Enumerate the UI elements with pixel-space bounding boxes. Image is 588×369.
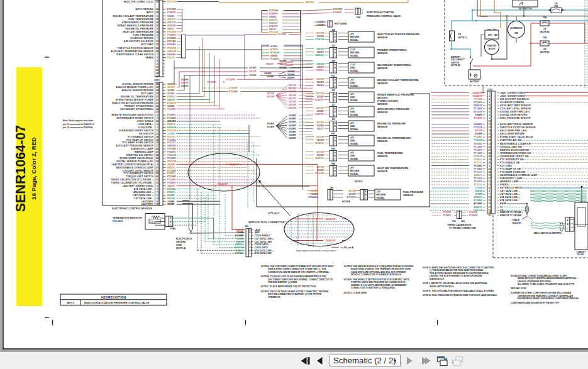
svg-text:E799/BR: E799/BR xyxy=(167,37,176,40)
svg-text:NEEDED. IF U.S. UNITS ARE REQU: NEEDED. IF U.S. UNITS ARE REQUIRED, A PE… xyxy=(351,284,406,287)
svg-text:15A: 15A xyxy=(543,16,547,19)
svg-text:996/GN: 996/GN xyxy=(286,64,293,67)
svg-text:9: 9 xyxy=(157,197,158,200)
svg-text:NOTE D: PIN 10 ON THE ECM MAY: NOTE D: PIN 10 ON THE ECM MAY NOT BE CON… xyxy=(261,290,329,293)
svg-text:997/OR: 997/OR xyxy=(289,101,296,103)
svg-text:SENSOR: SENSOR xyxy=(377,82,388,85)
svg-text:J44: J44 xyxy=(331,60,335,62)
svg-text:SENSOR: SENSOR xyxy=(403,194,413,197)
svg-text:+12V: +12V xyxy=(350,63,356,66)
svg-text:+8V: +8V xyxy=(350,79,355,81)
svg-text:FT01/BR: FT01/BR xyxy=(167,40,176,43)
svg-text:MTR: MTR xyxy=(488,34,492,36)
svg-text:YL: YL xyxy=(500,206,503,209)
svg-text:10: 10 xyxy=(156,66,158,69)
svg-text:FT24/PU: FT24/PU xyxy=(167,182,176,184)
svg-text:994/GY: 994/GY xyxy=(269,28,277,31)
svg-text:NOTE B: TO AVOID LOSS OF ADJUS: NOTE B: TO AVOID LOSS OF ADJUSTABLE PARA… xyxy=(261,275,326,278)
svg-text:FT24/PU: FT24/PU xyxy=(443,214,452,217)
svg-text:TIMING CALIBRATION: TIMING CALIBRATION xyxy=(447,224,471,226)
svg-text:+BATTERY: +BATTERY xyxy=(141,201,153,203)
svg-text:997/OR: 997/OR xyxy=(348,190,356,192)
svg-text:CONNECTION TO BATTERY (-) IS R: CONNECTION TO BATTERY (-) IS REQUIRED. xyxy=(351,287,396,289)
svg-text:998/BR: 998/BR xyxy=(287,74,295,76)
svg-text:AUXILIARY TEMPERATURE SENSOR: AUXILIARY TEMPERATURE SENSOR xyxy=(111,50,153,53)
svg-text:pin 16 connected to K990/GN.: pin 16 connected to K990/GN. xyxy=(63,126,93,129)
svg-text:A747/PK: A747/PK xyxy=(315,113,324,116)
svg-text:GAGE UNITS ARE OPTIONAL AND WI: GAGE UNITS ARE OPTIONAL AND WILL NOT OPE… xyxy=(351,271,406,273)
svg-text:SIGNAL: SIGNAL xyxy=(350,55,359,57)
svg-text:IAPCV: IAPCV xyxy=(67,301,75,304)
svg-text:GND: GND xyxy=(350,125,355,128)
svg-text:998/BR: 998/BR xyxy=(167,105,175,107)
svg-text:ABBREVIATION: ABBREVIATION xyxy=(101,296,126,299)
svg-text:A746/PK: A746/PK xyxy=(269,25,278,28)
svg-text:GND: GND xyxy=(350,140,355,142)
svg-text:150/OR: 150/OR xyxy=(236,229,244,231)
svg-text:FT14/BH: FT14/BH xyxy=(474,152,482,155)
svg-text:SEE SAE J1708: SEE SAE J1708 xyxy=(511,287,526,290)
svg-text:17: 17 xyxy=(156,145,158,147)
svg-text:J1939 SHIELD: J1939 SHIELD xyxy=(255,234,271,237)
svg-text:ATA DATA LINK +: ATA DATA LINK + xyxy=(500,196,520,199)
svg-text:997/OR: 997/OR xyxy=(316,151,324,153)
svg-text:993/BR: 993/BR xyxy=(289,124,296,127)
svg-text:STARTING: STARTING xyxy=(487,45,496,47)
svg-text:13: 13 xyxy=(489,174,491,177)
svg-text:15: 15 xyxy=(156,203,158,206)
svg-text:FT19/BR: FT19/BR xyxy=(167,170,176,172)
svg-text:998/BU: 998/BU xyxy=(269,16,277,18)
svg-text:GND: GND xyxy=(350,67,355,69)
svg-text:E797/BR: E797/BR xyxy=(167,8,176,11)
svg-text:993/BR: 993/BR xyxy=(289,114,296,117)
svg-text:G868/BU: G868/BU xyxy=(474,123,483,126)
svg-text:COOLANT LEVEL SENSOR: COOLANT LEVEL SENSOR xyxy=(500,107,531,110)
svg-text:INTAKE MANIFOLD PRESSURE: INTAKE MANIFOLD PRESSURE xyxy=(117,25,153,27)
svg-text:29: 29 xyxy=(156,170,158,172)
svg-text:963/BR: 963/BR xyxy=(279,67,287,69)
svg-text:SENSOR: SENSOR xyxy=(377,155,388,158)
svg-text:(NOTE B): (NOTE B) xyxy=(540,51,549,53)
svg-text:3: 3 xyxy=(157,57,158,59)
svg-text:FUEL PRESSURE: FUEL PRESSURE xyxy=(403,191,423,194)
svg-text:(NOTE A): (NOTE A) xyxy=(176,247,186,250)
svg-text:SIGNAL: SIGNAL xyxy=(377,197,386,199)
svg-text:ATA DATA LINK +: ATA DATA LINK + xyxy=(255,250,274,252)
svg-text:ELECTRONICS: ELECTRONICS xyxy=(176,238,192,240)
svg-text:997/OR: 997/OR xyxy=(316,78,324,80)
svg-text:ETHER START VALVE RELAY: ETHER START VALVE RELAY xyxy=(119,157,153,160)
svg-text:LEAVING THE ECM POWERED TO MON: LEAVING THE ECM POWERED TO MONITOR ENGIN… xyxy=(430,275,482,277)
svg-text:15A: 15A xyxy=(543,36,547,39)
svg-text:BATTERY: BATTERY xyxy=(470,80,480,83)
svg-text:PTO RAMP DOWN SWITCH: PTO RAMP DOWN SWITCH xyxy=(123,141,154,144)
svg-text:CB: CB xyxy=(543,48,546,50)
svg-text:FT07/BR: FT07/BR xyxy=(167,148,176,150)
svg-text:THIS ACTION CAUSES THE ENGINE: THIS ACTION CAUSES THE ENGINE TO SHUTDOW… xyxy=(430,272,489,275)
svg-text:8: 8 xyxy=(157,201,158,203)
svg-text:993/BR: 993/BR xyxy=(289,137,296,140)
svg-text:P26: P26 xyxy=(452,220,456,223)
svg-text:RETURN: RETURN xyxy=(350,52,360,54)
svg-text:FT16/BU: FT16/BU xyxy=(474,168,482,170)
svg-text:FT10/BR: FT10/BR xyxy=(474,146,482,148)
svg-text:23: 23 xyxy=(489,180,491,183)
svg-text:24: 24 xyxy=(156,47,158,50)
svg-text:993/BR: 993/BR xyxy=(349,193,357,196)
svg-text:FT23/PK: FT23/PK xyxy=(469,211,478,214)
svg-text:+8V: +8V xyxy=(350,107,355,110)
svg-text:229/BK: 229/BK xyxy=(236,231,244,234)
svg-text:ENGINEERING WHEN CONSIDERING C: ENGINEERING WHEN CONSIDERING COMPONENT R… xyxy=(518,297,579,300)
svg-text:F436/BU: F436/BU xyxy=(474,143,482,145)
svg-text:993/BR: 993/BR xyxy=(317,169,325,172)
svg-text:37: 37 xyxy=(489,184,491,186)
svg-text:SIGNAL: SIGNAL xyxy=(350,85,359,87)
svg-text:1: 1 xyxy=(362,9,363,11)
svg-text:997/OR: 997/OR xyxy=(289,107,296,109)
svg-text:J32: J32 xyxy=(331,118,335,121)
svg-text:(NOTE C): (NOTE C) xyxy=(458,36,467,39)
svg-text:COOLANT LEVEL SENSOR: COOLANT LEVEL SENSOR xyxy=(123,170,154,172)
svg-text:TC PROBE CONNECTOR: TC PROBE CONNECTOR xyxy=(449,227,476,229)
svg-text:+8V: +8V xyxy=(350,93,355,96)
svg-text:SOLENOID RETURN: SOLENOID RETURN xyxy=(130,37,153,40)
svg-text:FT32/PK: FT32/PK xyxy=(315,69,324,72)
